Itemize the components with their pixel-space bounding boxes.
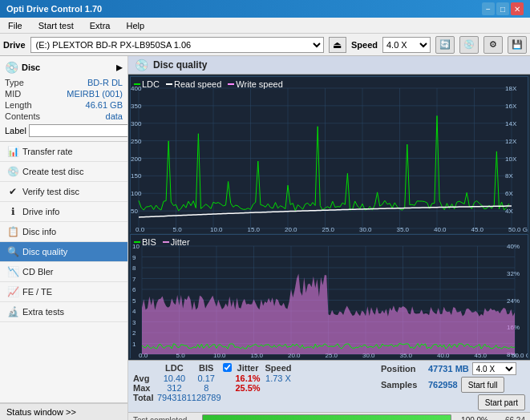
chart1-canvas — [131, 77, 528, 233]
close-button[interactable]: ✕ — [511, 2, 524, 15]
settings-button[interactable]: ⚙ — [483, 36, 503, 54]
menu-start-test[interactable]: Start test — [34, 20, 79, 31]
stats-header-jitter: Jitter — [234, 362, 262, 374]
stats-avg-jitter: 16.1% — [234, 374, 262, 383]
disc-panel-title: Disc — [22, 63, 40, 72]
legend-ldc-label: LDC — [142, 79, 160, 89]
sidebar-item-fe-te[interactable]: 📈 FE / TE — [0, 282, 127, 302]
legend-ldc: LDC — [134, 79, 160, 89]
maximize-button[interactable]: □ — [496, 2, 509, 15]
disc-quality-title: Disc quality — [153, 59, 207, 71]
legend-write-speed: Write speed — [228, 79, 283, 89]
eject-button[interactable]: ⏏ — [329, 37, 346, 53]
cd-bler-icon: 📉 — [6, 266, 19, 277]
menu-extra[interactable]: Extra — [85, 20, 115, 31]
sidebar-item-create-test-disc[interactable]: 💿 Create test disc — [0, 162, 127, 182]
sidebar-item-verify-test-disc[interactable]: ✔ Verify test disc — [0, 182, 127, 202]
minimize-button[interactable]: − — [482, 2, 495, 15]
disc-mid-val: MEIRB1 (001) — [67, 89, 123, 99]
menu-bar: File Start test Extra Help — [0, 18, 530, 34]
disc-length-row: Length 46.61 GB — [5, 99, 123, 111]
speed-dropdown[interactable]: 4.0 X — [472, 362, 516, 375]
drive-label: Drive — [3, 40, 26, 50]
disc-label-input[interactable] — [29, 124, 128, 137]
sidebar-item-extra-tests[interactable]: 🔬 Extra tests — [0, 302, 127, 322]
stats-total-label: Total — [133, 393, 157, 402]
start-full-button[interactable]: Start full — [461, 377, 505, 393]
progress-bar-outer — [202, 414, 451, 420]
chart-area: LDC Read speed Write speed — [128, 75, 530, 360]
stats-max-ldc: 312 — [157, 383, 192, 393]
main-area: 💿 Disc ▸ Type BD-R DL MID MEIRB1 (001) L… — [0, 56, 530, 420]
position-value: 47731 MB — [428, 364, 469, 374]
stats-panel: LDC BIS Jitter Speed Avg 10.40 — [128, 360, 530, 412]
progress-percent: 100.0% — [456, 416, 488, 421]
disc-label-key: Label — [5, 126, 26, 135]
sidebar-item-transfer-rate-label: Transfer rate — [22, 147, 73, 156]
samples-label: Samples — [381, 380, 425, 390]
disc-expand-icon[interactable]: ▸ — [116, 59, 123, 75]
legend-read-speed-dot — [166, 83, 172, 85]
nav-items: 📊 Transfer rate 💿 Create test disc ✔ Ver… — [0, 142, 127, 402]
disc-panel-icon: 💿 — [5, 61, 18, 74]
disc-contents-key: Contents — [5, 111, 40, 121]
stats-max-bis: 8 — [192, 383, 221, 393]
disc-type-key: Type — [5, 78, 24, 87]
sidebar-item-disc-info[interactable]: 📋 Disc info — [0, 222, 127, 242]
stats-header-ldc: LDC — [157, 362, 192, 374]
sidebar-item-disc-info-label: Disc info — [22, 227, 56, 236]
burn-button[interactable]: 💿 — [459, 36, 479, 54]
progress-extra: 66.24 — [493, 416, 525, 421]
disc-quality-header-icon: 💿 — [135, 59, 148, 71]
stats-total-bis: 128789 — [192, 393, 221, 402]
disc-quality-icon: 🔍 — [6, 246, 19, 257]
progress-label: Test completed — [133, 416, 197, 421]
stats-left: LDC BIS Jitter Speed Avg 10.40 — [133, 362, 374, 410]
sidebar-item-drive-info[interactable]: ℹ Drive info — [0, 202, 127, 222]
legend-bis-dot — [134, 241, 140, 243]
stats-total-samples — [261, 393, 294, 402]
menu-file[interactable]: File — [3, 20, 27, 31]
disc-contents-val: data — [106, 111, 123, 121]
stats-avg-bis: 0.17 — [192, 374, 221, 383]
legend-jitter-dot — [163, 241, 169, 243]
drive-select[interactable]: (E:) PLEXTOR BD-R PX-LB950SA 1.06 — [30, 37, 324, 53]
start-part-row: Start part — [381, 394, 525, 410]
stats-max-position-label — [261, 383, 294, 393]
extra-tests-icon: 🔬 — [6, 306, 19, 317]
start-part-button[interactable]: Start part — [478, 394, 525, 410]
chart1-legend: LDC Read speed Write speed — [134, 79, 283, 89]
legend-bis-label: BIS — [142, 237, 156, 247]
status-section: Status window >> — [0, 402, 127, 420]
sidebar-item-transfer-rate[interactable]: 📊 Transfer rate — [0, 142, 127, 162]
stats-table: LDC BIS Jitter Speed Avg 10.40 — [133, 362, 294, 402]
status-window-button[interactable]: Status window >> — [0, 403, 127, 420]
legend-read-speed: Read speed — [166, 79, 221, 89]
progress-section: Test completed 100.0% 66.24 — [128, 412, 530, 420]
jitter-checkbox[interactable] — [223, 363, 232, 372]
sidebar-item-disc-quality-label: Disc quality — [22, 247, 67, 256]
speed-label: Speed — [351, 40, 378, 50]
stats-right: Position 47731 MB 4.0 X Samples 762958 S… — [381, 362, 525, 410]
drive-bar: Drive (E:) PLEXTOR BD-R PX-LB950SA 1.06 … — [0, 34, 530, 56]
speed-select[interactable]: 4.0 X — [382, 37, 431, 53]
sidebar-item-drive-info-label: Drive info — [22, 207, 59, 216]
sidebar-item-cd-bler[interactable]: 📉 CD Bler — [0, 262, 127, 282]
stats-max-row: Max 312 8 25.5% — [133, 383, 294, 393]
stats-max-label: Max — [133, 383, 157, 393]
verify-test-disc-icon: ✔ — [6, 186, 19, 197]
chart2-canvas — [131, 235, 528, 359]
sidebar-item-fe-te-label: FE / TE — [22, 287, 52, 297]
refresh-button[interactable]: 🔄 — [435, 36, 455, 54]
menu-help[interactable]: Help — [121, 20, 149, 31]
stats-total-ldc: 7943181 — [157, 393, 192, 402]
sidebar-item-disc-quality[interactable]: 🔍 Disc quality — [0, 242, 127, 262]
sidebar-item-cd-bler-label: CD Bler — [22, 267, 54, 277]
stats-avg-row: Avg 10.40 0.17 16.1% 1.73 X — [133, 374, 294, 383]
legend-jitter-label: Jitter — [171, 237, 190, 247]
disc-length-key: Length — [5, 100, 32, 110]
disc-mid-row: MID MEIRB1 (001) — [5, 88, 123, 99]
stats-header-bis: BIS — [192, 362, 221, 374]
legend-ldc-dot — [134, 83, 140, 85]
save-button[interactable]: 💾 — [508, 36, 527, 54]
